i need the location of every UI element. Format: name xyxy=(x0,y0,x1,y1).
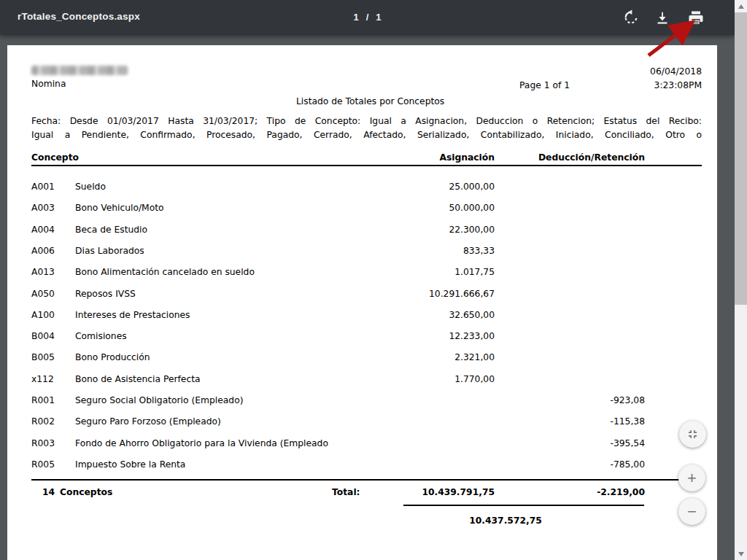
asignacion-value: 12.233,00 xyxy=(349,331,495,341)
print-icon xyxy=(687,9,705,26)
concept-description: Impuesto Sobre la Renta xyxy=(75,459,334,470)
zoom-in-icon: + xyxy=(687,469,697,488)
concept-description: Bono Alimentación cancelado en sueldo xyxy=(75,267,334,277)
concept-code: A100 xyxy=(31,310,55,320)
table-row: x112Bono de Asistencia Perfecta1.770,00 xyxy=(7,374,717,386)
concept-description: Beca de Estudio xyxy=(75,225,334,235)
concept-description: Seguro Paro Forzoso (Empleado) xyxy=(75,416,334,427)
company-name-redacted xyxy=(31,66,128,75)
asignacion-value: 2.321,00 xyxy=(349,352,495,362)
concept-description: Intereses de Prestaciones xyxy=(75,310,334,320)
asignacion-value: 833,33 xyxy=(349,246,495,256)
concept-code: A006 xyxy=(31,246,55,256)
totals-rule xyxy=(31,479,702,481)
total-asignacion: 10.439.791,75 xyxy=(349,487,495,497)
asignacion-value: 22.300,00 xyxy=(349,225,495,235)
concept-code: B005 xyxy=(31,352,55,362)
concept-description: Fondo de Ahorro Obligatorio para la Vivi… xyxy=(75,438,334,448)
column-header-concepto: Concepto xyxy=(31,152,79,163)
table-row: A100Intereses de Prestaciones32.650,00 xyxy=(7,310,717,322)
download-icon xyxy=(654,9,670,26)
column-header-asignacion: Asignación xyxy=(349,152,495,163)
scrollbar-thumb[interactable] xyxy=(735,12,747,305)
zoom-out-button[interactable]: − xyxy=(678,498,705,525)
grand-total: 10.437.572,75 xyxy=(403,516,608,526)
concept-code: A013 xyxy=(31,267,55,277)
concept-description: Dias Laborados xyxy=(75,246,334,256)
deduccion-value: -115,38 xyxy=(499,416,645,427)
vertical-scrollbar[interactable] xyxy=(735,0,747,560)
module-label: Nomina xyxy=(31,79,66,89)
concept-code: B004 xyxy=(31,331,55,341)
concept-code: A050 xyxy=(31,289,55,299)
report-title: Listado de Totales por Conceptos xyxy=(296,96,444,106)
concept-code: R003 xyxy=(31,438,55,448)
concept-description: Sueldo xyxy=(75,182,334,192)
asignacion-value: 10.291.666,67 xyxy=(349,289,495,299)
fit-to-page-button[interactable] xyxy=(679,421,706,448)
fit-to-page-icon xyxy=(686,427,700,441)
table-row: B005Bono Producción2.321,00 xyxy=(7,352,717,364)
concept-description: Bono de Asistencia Perfecta xyxy=(75,374,334,384)
rotate-icon xyxy=(623,9,639,26)
total-deduccion: -2.219,00 xyxy=(499,487,645,497)
table-row: R002Seguro Paro Forzoso (Empleado)-115,3… xyxy=(7,416,717,428)
asignacion-value: 1.770,00 xyxy=(349,374,495,384)
table-row: A004Beca de Estudio22.300,00 xyxy=(7,225,717,236)
page-number-label: Page 1 of 1 xyxy=(519,80,570,90)
concept-code: R005 xyxy=(31,459,55,470)
pdf-viewer: Nomina 06/04/2018 3:23:08PM Page 1 of 1 … xyxy=(0,0,747,560)
document-page: Nomina 06/04/2018 3:23:08PM Page 1 of 1 … xyxy=(7,45,717,560)
table-row: A050Reposos IVSS10.291.666,67 xyxy=(7,289,717,300)
deduccion-value: -395,54 xyxy=(499,438,645,448)
download-button[interactable] xyxy=(652,7,673,28)
scroll-down-icon xyxy=(738,552,744,556)
filter-line-2: Igual a Pendiente, Confirmado, Procesado… xyxy=(31,130,702,141)
concept-code: R002 xyxy=(31,416,55,427)
table-row: B004Comisiones12.233,00 xyxy=(7,331,717,343)
zoom-in-button[interactable]: + xyxy=(678,464,705,491)
concept-description: Comisiones xyxy=(75,331,334,341)
viewer-toolbar: rTotales_Conceptos.aspx 1/1 xyxy=(0,0,735,35)
concept-code: A004 xyxy=(31,225,55,235)
filter-line-1: Fecha: Desde 01/03/2017 Hasta 31/03/2017… xyxy=(31,116,702,128)
page-current: 1 xyxy=(353,12,358,23)
concept-description: Bono Producción xyxy=(75,352,334,362)
scroll-down-button[interactable] xyxy=(735,548,747,560)
concept-description: Bono Vehiculo/Moto xyxy=(75,203,334,213)
asignacion-value: 50.000,00 xyxy=(349,203,495,213)
table-row: A013Bono Alimentación cancelado en sueld… xyxy=(7,267,717,279)
table-row: A006Dias Laborados833,33 xyxy=(7,246,717,257)
table-row: R003Fondo de Ahorro Obligatorio para la … xyxy=(7,438,717,450)
column-header-deduccion: Deducción/Retención xyxy=(499,152,645,163)
concept-count-label: Conceptos xyxy=(60,487,112,497)
grand-total-rule xyxy=(403,505,644,506)
report-date: 06/04/2018 xyxy=(614,66,702,77)
asignacion-value: 32.650,00 xyxy=(349,310,495,320)
table-row: R001Seguro Social Obligatorio (Empleado)… xyxy=(7,395,717,407)
asignacion-value: 1.017,75 xyxy=(349,267,495,277)
asignacion-value: 25.000,00 xyxy=(349,182,495,192)
print-button[interactable] xyxy=(686,7,706,28)
table-row: A003Bono Vehiculo/Moto50.000,00 xyxy=(7,203,717,214)
table-row: A001Sueldo25.000,00 xyxy=(7,182,717,193)
zoom-out-icon: − xyxy=(687,502,697,521)
concept-description: Reposos IVSS xyxy=(75,289,334,299)
report-time: 3:23:08PM xyxy=(614,80,702,90)
scroll-up-button[interactable] xyxy=(735,0,747,12)
deduccion-value: -923,08 xyxy=(499,395,645,405)
concept-code: R001 xyxy=(31,395,55,405)
page-separator: / xyxy=(366,12,369,23)
table-row: R005Impuesto Sobre la Renta-785,00 xyxy=(7,459,717,471)
concept-code: A003 xyxy=(31,203,55,213)
rotate-button[interactable] xyxy=(621,7,641,28)
concept-count: 14 xyxy=(42,487,55,497)
page-total: 1 xyxy=(376,12,381,23)
concept-description: Seguro Social Obligatorio (Empleado) xyxy=(75,395,334,405)
deduccion-value: -785,00 xyxy=(499,459,645,470)
concept-code: x112 xyxy=(31,374,54,384)
header-rule xyxy=(31,165,702,166)
concept-code: A001 xyxy=(31,182,55,192)
scroll-up-icon xyxy=(738,4,744,9)
